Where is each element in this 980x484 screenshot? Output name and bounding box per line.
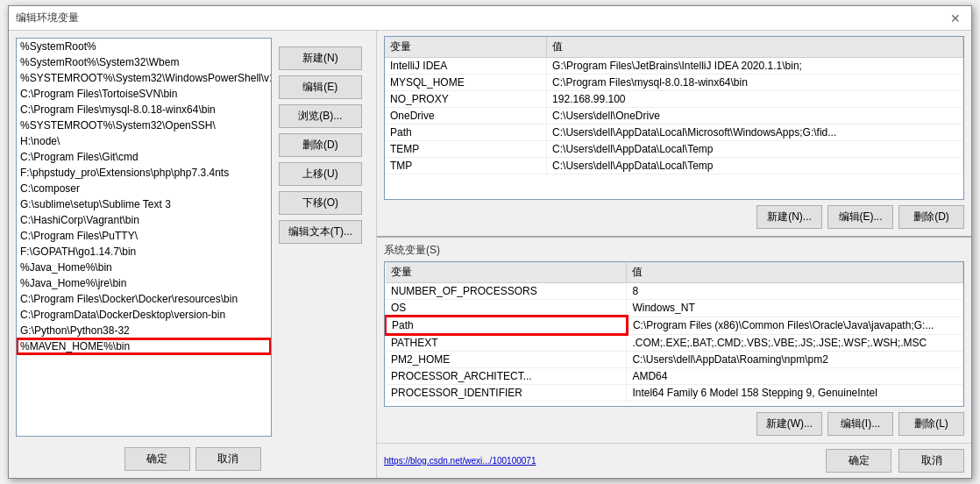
user-env-val: C:\Users\dell\AppData\Local\Temp [547, 158, 963, 174]
content-area: %SystemRoot%%SystemRoot%\System32\Wbem%S… [9, 31, 971, 478]
user-env-var: OneDrive [385, 108, 547, 125]
ok-button-left[interactable]: 确定 [124, 447, 190, 471]
right-bottom-bar: https://blog.csdn.net/wexi.../100100071 … [377, 443, 971, 478]
user-env-row[interactable]: PathC:\Users\dell\AppData\Local\Microsof… [385, 125, 963, 141]
user-env-edit-button[interactable]: 编辑(E)... [827, 205, 893, 229]
move-up-button[interactable]: 上移(U) [279, 162, 362, 186]
user-env-var: TMP [385, 158, 547, 174]
title-bar: 编辑环境变量 ✕ [9, 6, 971, 31]
user-env-var-col-header: 变量 [385, 37, 547, 58]
window-title: 编辑环境变量 [16, 11, 79, 25]
user-env-row[interactable]: OneDriveC:\Users\dell\OneDrive [385, 108, 963, 125]
edit-button[interactable]: 编辑(E) [279, 75, 362, 99]
list-item[interactable]: %MAVEN_HOME%\bin [17, 338, 271, 354]
sys-env-row[interactable]: PROCESSOR_ARCHITECT...AMD64 [386, 368, 963, 385]
list-item[interactable]: C:\ProgramData\DockerDesktop\version-bin [17, 307, 271, 323]
user-env-row[interactable]: MYSQL_HOMEC:\Program Files\mysql-8.0.18-… [385, 75, 963, 91]
left-panel: %SystemRoot%%SystemRoot%\System32\Wbem%S… [9, 31, 377, 478]
sys-env-row[interactable]: PATHEXT.COM;.EXE;.BAT;.CMD;.VBS;.VBE;.JS… [386, 334, 963, 352]
list-item[interactable]: C:\Program Files\TortoiseSVN\bin [17, 86, 271, 102]
list-item[interactable]: C:\Program Files\Git\cmd [17, 149, 271, 165]
list-item[interactable]: %Java_Home%\jre\bin [17, 275, 271, 291]
cancel-button-right[interactable]: 取消 [898, 449, 964, 473]
user-env-buttons: 新建(N)... 编辑(E)... 删除(D) [384, 200, 964, 231]
user-env-var: Path [385, 125, 547, 141]
sys-env-var: PATHEXT [386, 334, 627, 352]
sys-env-var: Path [386, 317, 627, 334]
list-item[interactable]: %SYSTEMROOT%\System32\WindowsPowerShell\… [17, 70, 271, 86]
sys-env-table: 变量 值 NUMBER_OF_PROCESSORS8OSWindows_NTPa… [385, 262, 963, 402]
sys-env-val: AMD64 [627, 368, 963, 385]
right-bottom-buttons: 确定 取消 [826, 449, 964, 473]
edit-text-button[interactable]: 编辑文本(T)... [279, 220, 362, 244]
sys-env-label: 系统变量(S) [384, 243, 964, 258]
sys-env-new-button[interactable]: 新建(W)... [756, 412, 822, 436]
user-env-var: IntelliJ IDEA [385, 58, 547, 75]
user-env-row[interactable]: IntelliJ IDEAG:\Program Files\JetBrains\… [385, 58, 963, 75]
list-item[interactable]: C:\Program Files\mysql-8.0.18-winx64\bin [17, 102, 271, 117]
list-item[interactable]: C:\composer [17, 181, 271, 196]
list-item[interactable]: C:\Program Files\PuTTY\ [17, 228, 271, 244]
left-buttons-column: 新建(N) 编辑(E) 浏览(B)... 删除(D) 上移(U) 下移(O) 编… [272, 38, 369, 444]
bottom-link[interactable]: https://blog.csdn.net/wexi.../100100071 [384, 456, 536, 466]
path-list[interactable]: %SystemRoot%%SystemRoot%\System32\Wbem%S… [16, 38, 272, 437]
sys-env-section: 系统变量(S) 变量 值 NUMBER_OF_PROCESSORS8OSWind… [377, 238, 971, 443]
sys-env-table-container: 变量 值 NUMBER_OF_PROCESSORS8OSWindows_NTPa… [384, 261, 964, 407]
user-env-val: C:\Users\dell\AppData\Local\Microsoft\Wi… [547, 125, 963, 141]
sys-env-var-col-header: 变量 [386, 262, 627, 283]
list-item[interactable]: F:\GOPATH\go1.14.7\bin [17, 244, 271, 260]
list-item[interactable]: %SYSTEMROOT%\System32\OpenSSH\ [17, 117, 271, 133]
left-bottom-buttons: 确定 取消 [16, 444, 369, 471]
sys-env-val: 8 [627, 283, 963, 300]
sys-env-val: Intel64 Family 6 Model 158 Stepping 9, G… [627, 385, 963, 402]
sys-env-delete-button[interactable]: 删除(L) [898, 412, 964, 436]
user-env-var: MYSQL_HOME [385, 75, 547, 91]
sys-env-row[interactable]: OSWindows_NT [386, 300, 963, 317]
sys-env-val: C:\Program Files (x86)\Common Files\Orac… [627, 317, 963, 334]
main-window: 编辑环境变量 ✕ %SystemRoot%%SystemRoot%\System… [8, 5, 972, 479]
list-item[interactable]: F:\phpstudy_pro\Extensions\php\php7.3.4n… [17, 165, 271, 181]
user-env-table-container: 变量 值 IntelliJ IDEAG:\Program Files\JetBr… [384, 36, 964, 200]
list-item[interactable]: %SystemRoot% [17, 39, 271, 54]
user-env-delete-button[interactable]: 删除(D) [898, 205, 964, 229]
sys-env-var: OS [386, 300, 627, 317]
user-env-new-button[interactable]: 新建(N)... [756, 205, 822, 229]
list-item[interactable]: G:\Python\Python38-32 [17, 323, 271, 338]
user-env-section: 变量 值 IntelliJ IDEAG:\Program Files\JetBr… [377, 31, 971, 238]
list-item[interactable]: C:\Program Files\Docker\Docker\resources… [17, 291, 271, 307]
left-main: %SystemRoot%%SystemRoot%\System32\Wbem%S… [16, 38, 369, 444]
user-env-var: NO_PROXY [385, 91, 547, 108]
move-down-button[interactable]: 下移(O) [279, 191, 362, 215]
browse-button[interactable]: 浏览(B)... [279, 104, 362, 128]
delete-button[interactable]: 删除(D) [279, 133, 362, 157]
sys-env-edit-button[interactable]: 编辑(I)... [827, 412, 893, 436]
sys-env-row[interactable]: PROCESSOR_IDENTIFIERIntel64 Family 6 Mod… [386, 385, 963, 402]
user-env-val: G:\Program Files\JetBrains\IntelliJ IDEA… [547, 58, 963, 75]
close-button[interactable]: ✕ [947, 10, 964, 27]
list-item[interactable]: C:\HashiCorp\Vagrant\bin [17, 212, 271, 228]
list-item[interactable]: H:\node\ [17, 133, 271, 149]
sys-env-var: PROCESSOR_IDENTIFIER [386, 385, 627, 402]
new-button[interactable]: 新建(N) [279, 46, 362, 70]
user-env-row[interactable]: NO_PROXY192.168.99.100 [385, 91, 963, 108]
ok-button-right[interactable]: 确定 [826, 449, 891, 473]
cancel-button-left[interactable]: 取消 [195, 447, 261, 471]
list-item[interactable]: %SystemRoot%\System32\Wbem [17, 54, 271, 70]
sys-env-val: Windows_NT [627, 300, 963, 317]
user-env-val: 192.168.99.100 [547, 91, 963, 108]
user-env-val: C:\Program Files\mysql-8.0.18-winx64\bin [547, 75, 963, 91]
user-env-row[interactable]: TMPC:\Users\dell\AppData\Local\Temp [385, 158, 963, 174]
sys-env-buttons: 新建(W)... 编辑(I)... 删除(L) [384, 407, 964, 438]
sys-env-val: C:\Users\dell\AppData\Roaming\npm\pm2 [627, 352, 963, 368]
sys-env-row[interactable]: PathC:\Program Files (x86)\Common Files\… [386, 317, 963, 334]
list-item[interactable]: G:\sublime\setup\Sublime Text 3 [17, 196, 271, 212]
right-panel: 变量 值 IntelliJ IDEAG:\Program Files\JetBr… [377, 31, 971, 478]
sys-env-row[interactable]: PM2_HOMEC:\Users\dell\AppData\Roaming\np… [386, 352, 963, 368]
sys-env-val: .COM;.EXE;.BAT;.CMD;.VBS;.VBE;.JS;.JSE;.… [627, 334, 963, 352]
sys-env-var: NUMBER_OF_PROCESSORS [386, 283, 627, 300]
user-env-row[interactable]: TEMPC:\Users\dell\AppData\Local\Temp [385, 141, 963, 158]
user-env-val: C:\Users\dell\OneDrive [547, 108, 963, 125]
list-item[interactable]: %Java_Home%\bin [17, 260, 271, 275]
sys-env-row[interactable]: NUMBER_OF_PROCESSORS8 [386, 283, 963, 300]
user-env-var: TEMP [385, 141, 547, 158]
